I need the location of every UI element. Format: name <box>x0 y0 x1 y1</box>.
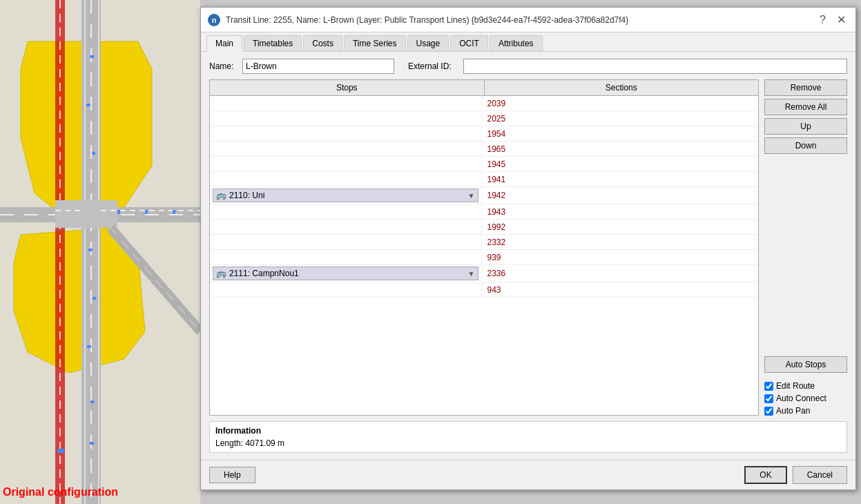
right-panel: Remove Remove All Up Down Auto Stops Edi… <box>764 79 847 416</box>
up-button[interactable]: Up <box>764 118 847 135</box>
auto-pan-checkbox[interactable] <box>764 407 773 416</box>
section-cell: 1942 <box>482 187 759 204</box>
svg-rect-15 <box>86 104 90 106</box>
svg-rect-23 <box>145 210 148 214</box>
edit-route-checkbox-row: Edit Route <box>764 381 847 391</box>
footer-right: OK Cancel <box>744 466 847 484</box>
stop-cell <box>210 282 482 297</box>
dialog-content: Name: External ID: Stops Sections 203920… <box>201 52 855 460</box>
tab-attributes[interactable]: Attributes <box>490 35 543 51</box>
stop-cell <box>210 142 482 156</box>
title-controls: ? ✕ <box>817 14 849 26</box>
section-cell: 943 <box>482 282 759 297</box>
footer-left: Help <box>209 467 744 483</box>
stop-dropdown[interactable]: 🚌 2111: CampnNou1 ▼ <box>213 266 478 280</box>
svg-rect-4 <box>84 0 86 504</box>
table-row: 2332 <box>210 235 758 250</box>
dialog-footer: Help OK Cancel <box>201 460 855 490</box>
remove-button[interactable]: Remove <box>764 79 847 96</box>
dialog-title: Transit Line: 2255, Name: L-Brown (Layer… <box>226 15 811 25</box>
auto-connect-checkbox[interactable] <box>764 394 773 403</box>
cancel-button[interactable]: Cancel <box>793 466 847 484</box>
section-cell: 1992 <box>482 220 759 234</box>
information-section: Information Length: 4071.09 m <box>209 421 847 453</box>
section-cell: 1941 <box>482 172 759 186</box>
stop-cell <box>210 96 482 110</box>
stop-cell <box>210 172 482 186</box>
checkbox-section: Edit Route Auto Connect Auto Pan <box>764 381 847 416</box>
help-title-button[interactable]: ? <box>817 14 829 26</box>
svg-rect-22 <box>117 210 120 214</box>
tab-usage[interactable]: Usage <box>407 35 449 51</box>
original-config-label: Original configuration <box>3 486 118 498</box>
app-icon: n <box>208 14 220 26</box>
main-panel: Stops Sections 203920251954196519451941 … <box>209 79 847 416</box>
svg-rect-27 <box>57 449 64 453</box>
auto-stops-button[interactable]: Auto Stops <box>764 356 847 373</box>
bus-icon: 🚌 <box>216 269 226 278</box>
stops-sections-table: Stops Sections 203920251954196519451941 … <box>209 79 759 416</box>
auto-pan-label: Auto Pan <box>776 406 810 416</box>
title-bar: n Transit Line: 2255, Name: L-Brown (Lay… <box>201 8 855 32</box>
ext-id-label: External ID: <box>408 61 458 71</box>
remove-all-button[interactable]: Remove All <box>764 99 847 115</box>
section-cell: 939 <box>482 250 759 264</box>
information-content: Length: 4071.09 m <box>215 438 841 448</box>
stop-cell <box>210 235 482 249</box>
table-header: Stops Sections <box>210 80 758 96</box>
svg-rect-21 <box>90 442 94 445</box>
stop-cell <box>210 204 482 219</box>
stop-cell <box>210 250 482 264</box>
table-body[interactable]: 203920251954196519451941 🚌 2110: Uni ▼ 1… <box>210 96 758 415</box>
table-row: 2025 <box>210 111 758 126</box>
ext-id-input[interactable] <box>463 59 847 74</box>
name-input[interactable] <box>242 59 394 74</box>
name-row: Name: External ID: <box>209 59 847 74</box>
section-cell: 2336 <box>482 265 759 282</box>
svg-rect-24 <box>173 210 175 214</box>
edit-route-checkbox[interactable] <box>764 382 773 391</box>
down-button[interactable]: Down <box>764 137 847 154</box>
table-row: 🚌 2110: Uni ▼ 1942 <box>210 187 758 204</box>
table-row: 1965 <box>210 142 758 157</box>
section-cell: 2332 <box>482 235 759 249</box>
table-row: 1941 <box>210 172 758 187</box>
ok-button[interactable]: OK <box>744 466 786 484</box>
svg-rect-17 <box>88 249 93 251</box>
tab-costs[interactable]: Costs <box>303 35 342 51</box>
help-button[interactable]: Help <box>209 467 255 483</box>
bus-icon: 🚌 <box>216 191 226 200</box>
stop-cell[interactable]: 🚌 2111: CampnNou1 ▼ <box>210 265 482 282</box>
dropdown-arrow-icon: ▼ <box>468 192 475 200</box>
stop-name: 2111: CampnNou1 <box>229 269 465 278</box>
col-sections-header: Sections <box>485 80 759 95</box>
tab-ocit[interactable]: OCIT <box>450 35 488 51</box>
table-row: 1954 <box>210 126 758 142</box>
section-cell: 2025 <box>482 111 759 126</box>
table-row: 1943 <box>210 204 758 220</box>
stop-cell <box>210 126 482 141</box>
auto-pan-checkbox-row: Auto Pan <box>764 406 847 416</box>
name-label: Name: <box>209 61 237 71</box>
tab-time-series[interactable]: Time Series <box>344 35 406 51</box>
stop-cell <box>210 220 482 234</box>
information-title: Information <box>215 426 841 436</box>
table-row: 🚌 2111: CampnNou1 ▼ 2336 <box>210 265 758 282</box>
svg-rect-14 <box>90 55 94 58</box>
auto-connect-label: Auto Connect <box>776 394 826 403</box>
stop-name: 2110: Uni <box>229 191 465 200</box>
stop-cell[interactable]: 🚌 2110: Uni ▼ <box>210 187 482 204</box>
svg-rect-20 <box>90 400 94 403</box>
section-cell: 1965 <box>482 142 759 156</box>
tab-main[interactable]: Main <box>206 35 242 52</box>
section-cell: 1945 <box>482 157 759 171</box>
stop-dropdown[interactable]: 🚌 2110: Uni ▼ <box>213 188 478 202</box>
close-button[interactable]: ✕ <box>834 14 849 26</box>
dropdown-arrow-icon: ▼ <box>468 270 475 278</box>
tab-timetables[interactable]: Timetables <box>244 35 302 51</box>
map-area: Original configuration <box>0 0 200 504</box>
length-label: Length: <box>215 438 243 448</box>
table-row: 2039 <box>210 96 758 111</box>
table-row: 1945 <box>210 157 758 172</box>
table-row: 939 <box>210 250 758 265</box>
